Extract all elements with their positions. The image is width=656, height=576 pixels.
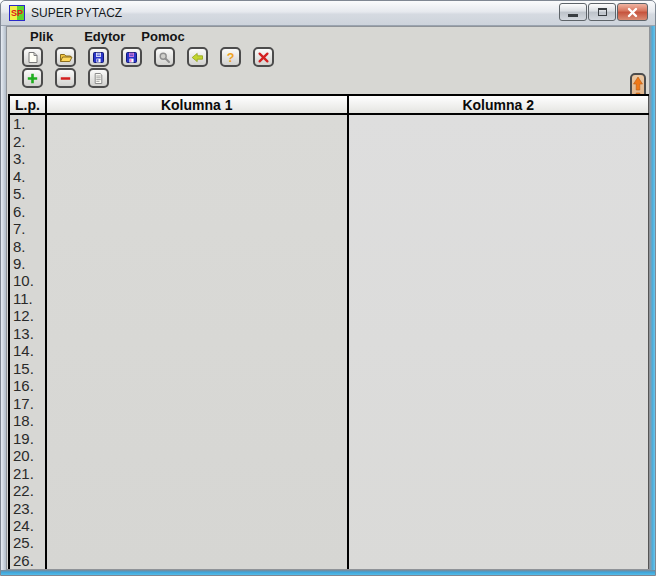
row-number: 8. bbox=[10, 237, 45, 254]
row-number: 6. bbox=[10, 202, 45, 219]
back-arrow-button[interactable] bbox=[187, 47, 208, 67]
kolumna1-cells[interactable] bbox=[47, 115, 349, 569]
client-area: Plik Edytor Pomoc bbox=[6, 26, 650, 570]
row-number: 25. bbox=[10, 534, 45, 551]
exit-button[interactable] bbox=[253, 47, 274, 67]
exit-x-icon bbox=[257, 51, 270, 64]
row-number: 20. bbox=[10, 447, 45, 464]
row-number: 12. bbox=[10, 307, 45, 324]
row-number-column: 1.2.3.4.5.6.7.8.9.10.11.12.13.14.15.16.1… bbox=[10, 115, 47, 569]
help-icon: ? bbox=[224, 51, 237, 64]
minimize-icon bbox=[568, 14, 578, 17]
title-bar[interactable]: SP SUPER PYTACZ bbox=[1, 1, 655, 26]
row-number: 4. bbox=[10, 167, 45, 184]
remove-button[interactable] bbox=[55, 68, 76, 88]
new-document-button[interactable] bbox=[22, 47, 43, 67]
back-arrow-icon bbox=[191, 51, 204, 64]
table-body: 1.2.3.4.5.6.7.8.9.10.11.12.13.14.15.16.1… bbox=[10, 115, 649, 569]
window-border-bottom bbox=[1, 570, 655, 575]
table-header-row: L.p. Kolumna 1 Kolumna 2 bbox=[10, 94, 649, 115]
column-header-kolumna1[interactable]: Kolumna 1 bbox=[47, 96, 349, 113]
row-number: 15. bbox=[10, 360, 45, 377]
notes-button[interactable] bbox=[88, 68, 109, 88]
open-folder-icon bbox=[59, 51, 73, 64]
app-window: SP SUPER PYTACZ Plik Edytor Pomoc bbox=[0, 0, 656, 576]
row-number: 9. bbox=[10, 255, 45, 272]
row-number: 18. bbox=[10, 412, 45, 429]
svg-text:?: ? bbox=[227, 51, 235, 64]
save-icon bbox=[92, 51, 105, 64]
save-button[interactable] bbox=[88, 47, 109, 67]
help-button[interactable]: ? bbox=[220, 47, 241, 67]
menu-item-plik[interactable]: Plik bbox=[30, 29, 53, 44]
column-header-kolumna2[interactable]: Kolumna 2 bbox=[349, 96, 650, 113]
open-folder-button[interactable] bbox=[55, 47, 76, 67]
window-title: SUPER PYTACZ bbox=[31, 6, 122, 20]
row-number: 13. bbox=[10, 325, 45, 342]
search-icon bbox=[158, 51, 171, 64]
row-number: 11. bbox=[10, 290, 45, 307]
toolbar-row-2 bbox=[22, 68, 109, 88]
row-number: 16. bbox=[10, 377, 45, 394]
new-document-icon bbox=[26, 51, 39, 64]
column-header-lp[interactable]: L.p. bbox=[10, 96, 47, 113]
row-number: 2. bbox=[10, 132, 45, 149]
kolumna2-cells[interactable] bbox=[349, 115, 650, 569]
row-number: 7. bbox=[10, 220, 45, 237]
save-as-icon bbox=[125, 51, 138, 64]
menu-item-pomoc[interactable]: Pomoc bbox=[141, 29, 184, 44]
menu-bar: Plik Edytor Pomoc bbox=[7, 27, 649, 46]
row-number: 19. bbox=[10, 429, 45, 446]
app-icon: SP bbox=[9, 5, 25, 21]
row-number: 1. bbox=[10, 115, 45, 132]
close-button[interactable] bbox=[617, 3, 648, 21]
row-number: 21. bbox=[10, 464, 45, 481]
remove-minus-icon bbox=[59, 72, 72, 85]
row-number: 10. bbox=[10, 272, 45, 289]
row-number: 5. bbox=[10, 185, 45, 202]
add-button[interactable] bbox=[22, 68, 43, 88]
maximize-icon bbox=[598, 8, 607, 16]
save-as-button[interactable] bbox=[121, 47, 142, 67]
minimize-button[interactable] bbox=[559, 3, 587, 21]
toolbar-row-1: ? bbox=[22, 47, 274, 67]
row-number: 17. bbox=[10, 395, 45, 412]
data-table: L.p. Kolumna 1 Kolumna 2 1.2.3.4.5.6.7.8… bbox=[8, 94, 649, 569]
menu-item-edytor[interactable]: Edytor bbox=[84, 29, 125, 44]
row-number: 22. bbox=[10, 482, 45, 499]
toolbar: ? bbox=[7, 46, 649, 93]
window-border-right bbox=[650, 26, 655, 575]
notes-page-icon bbox=[92, 72, 105, 85]
row-number: 3. bbox=[10, 150, 45, 167]
add-plus-icon bbox=[26, 72, 39, 85]
row-number: 26. bbox=[10, 552, 45, 569]
row-number: 14. bbox=[10, 342, 45, 359]
row-number: 24. bbox=[10, 517, 45, 534]
window-controls bbox=[559, 3, 648, 21]
maximize-button[interactable] bbox=[588, 3, 616, 21]
close-icon bbox=[627, 7, 638, 18]
search-button[interactable] bbox=[154, 47, 175, 67]
row-number: 23. bbox=[10, 499, 45, 516]
